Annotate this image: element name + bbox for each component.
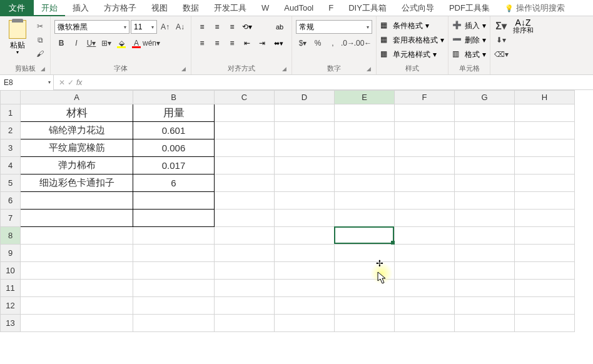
cell-C5[interactable] [215, 174, 275, 192]
align-right-button[interactable]: ≡ [225, 36, 239, 50]
increase-indent-button[interactable]: ⇥ [255, 36, 269, 50]
row-header-13[interactable]: 13 [1, 315, 21, 332]
cell-B8[interactable] [133, 227, 215, 245]
cell-G10[interactable] [455, 262, 515, 280]
tab-file[interactable]: 文件 [0, 0, 34, 16]
align-top-button[interactable]: ≡ [195, 20, 209, 34]
worksheet-grid[interactable]: ABCDEFGH1材料用量2锦纶弹力花边0.6013平纹扁宽橡筋0.0064弹力… [0, 90, 593, 332]
cell-A4[interactable]: 弹力棉布 [21, 157, 133, 174]
tab-data[interactable]: 数据 [175, 0, 206, 16]
cell-B1[interactable]: 用量 [133, 104, 215, 122]
cell-G11[interactable] [455, 280, 515, 297]
cell-F3[interactable] [395, 139, 455, 157]
cell-F8[interactable] [395, 227, 455, 245]
cell-E10[interactable] [335, 262, 395, 280]
tab-diy[interactable]: DIY工具箱 [341, 0, 394, 16]
format-as-table-button[interactable]: ▦套用表格格式 ▾ [380, 33, 444, 47]
cell-styles-button[interactable]: ▦单元格样式 ▾ [380, 48, 444, 61]
cell-A3[interactable]: 平纹扁宽橡筋 [21, 139, 133, 157]
cell-A1[interactable]: 材料 [21, 104, 133, 122]
delete-cells-button[interactable]: ➖删除 ▾ [452, 33, 486, 47]
dialog-launcher-icon[interactable]: ◢ [365, 66, 372, 73]
cell-F4[interactable] [395, 157, 455, 174]
comma-button[interactable]: , [326, 36, 340, 50]
cell-F5[interactable] [395, 174, 455, 192]
fx-icon[interactable]: fx [76, 78, 82, 87]
cell-F2[interactable] [395, 122, 455, 139]
cell-D12[interactable] [275, 297, 335, 315]
cell-D11[interactable] [275, 280, 335, 297]
cell-B2[interactable]: 0.601 [133, 122, 215, 139]
cell-F13[interactable] [395, 315, 455, 332]
autosum-button[interactable]: Σ▾ [494, 19, 508, 33]
name-box[interactable]: E8▾ [0, 75, 54, 90]
cell-B3[interactable]: 0.006 [133, 139, 215, 157]
tab-pdf[interactable]: PDF工具集 [442, 0, 497, 16]
copy-button[interactable]: ⧉ [34, 34, 46, 46]
cell-H6[interactable] [515, 192, 575, 210]
column-header-C[interactable]: C [215, 91, 275, 104]
cell-H8[interactable] [515, 227, 575, 245]
cell-H3[interactable] [515, 139, 575, 157]
row-header-8[interactable]: 8 [1, 227, 21, 245]
conditional-formatting-button[interactable]: ▦条件格式 ▾ [380, 19, 444, 33]
cell-D8[interactable] [275, 227, 335, 245]
column-header-G[interactable]: G [455, 91, 515, 104]
cell-F7[interactable] [395, 210, 455, 227]
cell-D10[interactable] [275, 262, 335, 280]
cell-E5[interactable] [335, 174, 395, 192]
cell-H2[interactable] [515, 122, 575, 139]
cell-G8[interactable] [455, 227, 515, 245]
cell-C7[interactable] [215, 210, 275, 227]
cell-C6[interactable] [215, 192, 275, 210]
cell-F1[interactable] [395, 104, 455, 122]
cell-G13[interactable] [455, 315, 515, 332]
increase-decimal-button[interactable]: .0→ [341, 36, 355, 50]
tab-audtool[interactable]: AudTool [276, 0, 321, 16]
dialog-launcher-icon[interactable]: ◢ [39, 66, 46, 73]
cell-A8[interactable] [21, 227, 133, 245]
cell-C2[interactable] [215, 122, 275, 139]
cell-E3[interactable] [335, 139, 395, 157]
merge-center-button[interactable]: ⬌▾ [271, 36, 288, 50]
cell-B13[interactable] [133, 315, 215, 332]
cell-D13[interactable] [275, 315, 335, 332]
cell-G4[interactable] [455, 157, 515, 174]
cell-C8[interactable] [215, 227, 275, 245]
cell-A12[interactable] [21, 297, 133, 315]
cell-B5[interactable]: 6 [133, 174, 215, 192]
column-header-D[interactable]: D [275, 91, 335, 104]
cell-E4[interactable] [335, 157, 395, 174]
cell-H10[interactable] [515, 262, 575, 280]
cell-G7[interactable] [455, 210, 515, 227]
column-header-F[interactable]: F [395, 91, 455, 104]
cell-G9[interactable] [455, 245, 515, 262]
row-header-7[interactable]: 7 [1, 210, 21, 227]
font-size-combo[interactable]: 11▾ [131, 20, 157, 34]
wrap-text-button[interactable]: ab [271, 20, 288, 34]
cell-G3[interactable] [455, 139, 515, 157]
decrease-font-button[interactable]: A↓ [173, 20, 187, 34]
cell-F9[interactable] [395, 245, 455, 262]
cell-E2[interactable] [335, 122, 395, 139]
cell-B9[interactable] [133, 245, 215, 262]
cell-G12[interactable] [455, 297, 515, 315]
fill-color-button[interactable]: ⬙ [114, 36, 128, 50]
bold-button[interactable]: B [54, 36, 68, 50]
cell-A5[interactable]: 细边彩色卡通扣子 [21, 174, 133, 192]
phonetic-button[interactable]: wén▾ [144, 36, 158, 50]
cell-G6[interactable] [455, 192, 515, 210]
cell-A10[interactable] [21, 262, 133, 280]
cell-D9[interactable] [275, 245, 335, 262]
number-format-combo[interactable]: 常规▾ [296, 20, 372, 34]
row-header-3[interactable]: 3 [1, 139, 21, 157]
cancel-formula-button[interactable]: ✕ [59, 78, 65, 87]
format-painter-button[interactable]: 🖌 [34, 48, 46, 60]
cell-F11[interactable] [395, 280, 455, 297]
dialog-launcher-icon[interactable]: ◢ [180, 66, 187, 73]
cell-C11[interactable] [215, 280, 275, 297]
cell-E8[interactable] [335, 227, 395, 245]
cell-H5[interactable] [515, 174, 575, 192]
cell-C12[interactable] [215, 297, 275, 315]
italic-button[interactable]: I [69, 36, 83, 50]
